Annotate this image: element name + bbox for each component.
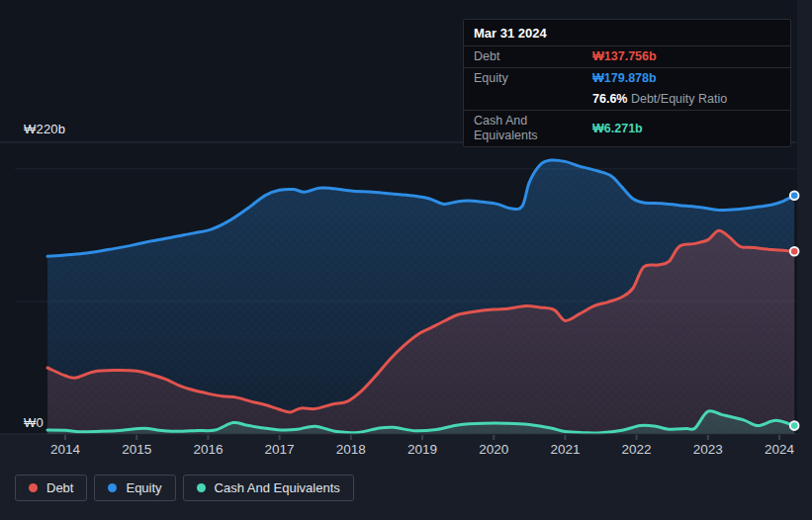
legend-item-cash[interactable]: Cash And Equivalents <box>183 475 354 501</box>
debt-legend-dot <box>29 483 38 492</box>
x-tick-label-2023: 2023 <box>693 442 723 457</box>
x-tick-label-2022: 2022 <box>622 442 652 457</box>
tooltip-debt-row: Debt ₩137.756b <box>464 45 790 67</box>
tooltip-ratio-row: 76.6% Debt/Equity Ratio <box>464 89 790 110</box>
tooltip-ratio-value: 76.6% Debt/Equity Ratio <box>592 92 727 107</box>
tooltip-cash-value: ₩6.271b <box>592 122 643 136</box>
tooltip-equity-row: Equity ₩179.878b <box>464 67 790 89</box>
y-axis-zero-label: ₩0 <box>24 416 44 430</box>
tooltip-cash-label: Cash And Equivalents <box>474 114 592 143</box>
x-tick-label-2020: 2020 <box>479 442 508 457</box>
debt-equity-history-chart: 2014201520162017201820192020202120222023… <box>0 0 812 520</box>
x-tick-label-2024: 2024 <box>765 442 795 457</box>
tooltip-ratio-label: Debt/Equity Ratio <box>631 92 727 106</box>
x-tick-label-2019: 2019 <box>407 442 437 457</box>
legend-equity-label: Equity <box>126 480 161 495</box>
legend-debt-label: Debt <box>46 480 73 495</box>
debt-endpoint-dot[interactable] <box>790 247 799 256</box>
equity-legend-dot <box>108 483 117 492</box>
tooltip-date: Mar 31 2024 <box>464 20 790 45</box>
cash-and-equivalents-endpoint-dot[interactable] <box>790 421 799 430</box>
legend-item-equity[interactable]: Equity <box>94 475 175 501</box>
legend: Debt Equity Cash And Equivalents <box>15 475 354 501</box>
cash-legend-dot <box>197 483 206 492</box>
x-tick-label-2021: 2021 <box>550 442 580 457</box>
tooltip-equity-value: ₩179.878b <box>592 71 657 86</box>
date-tooltip: Mar 31 2024 Debt ₩137.756b Equity ₩179.8… <box>463 19 791 147</box>
tooltip-cash-row: Cash And Equivalents ₩6.271b <box>464 110 790 146</box>
tooltip-debt-value: ₩137.756b <box>592 49 657 64</box>
equity-endpoint-dot[interactable] <box>790 191 799 200</box>
y-axis-max-label: ₩220b <box>24 123 65 136</box>
x-tick-label-2016: 2016 <box>193 442 223 457</box>
legend-item-debt[interactable]: Debt <box>15 475 87 501</box>
tooltip-ratio-percent: 76.6% <box>592 92 627 106</box>
tooltip-debt-label: Debt <box>474 49 592 64</box>
legend-cash-label: Cash And Equivalents <box>215 480 340 495</box>
x-tick-label-2018: 2018 <box>336 442 366 457</box>
x-tick-label-2014: 2014 <box>50 442 81 457</box>
tooltip-equity-label: Equity <box>474 71 592 86</box>
x-tick-label-2015: 2015 <box>122 442 151 457</box>
x-tick-label-2017: 2017 <box>265 442 295 457</box>
